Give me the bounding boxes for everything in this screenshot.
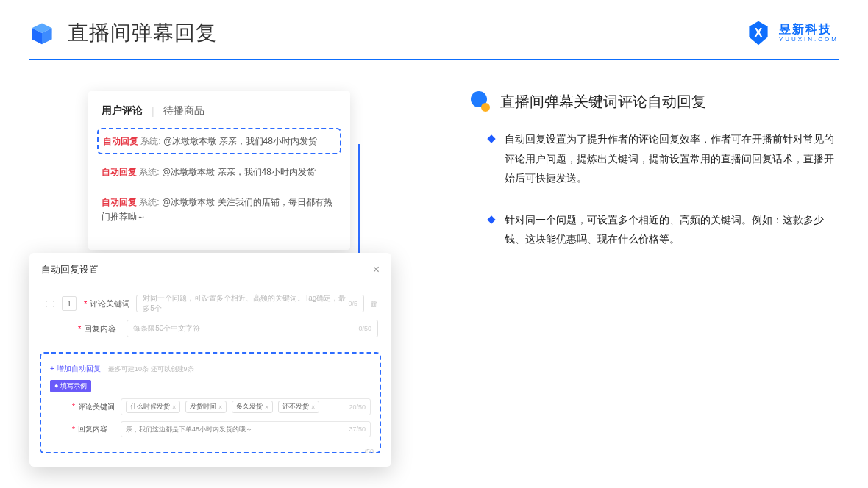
keyword-counter: 0/5 <box>348 300 357 307</box>
auto-reply-badge: 自动回复 <box>102 167 137 177</box>
example-keyword-row: * 评论关键词 什么时候发货× 发货时间× 多久发货× 还不发货× 20/50 <box>50 398 371 415</box>
auto-reply-settings-modal: 自动回复设置 × ⋮⋮ 1 * 评论关键词 对同一个问题，可设置多个相近、高频的… <box>29 253 391 467</box>
diamond-icon <box>487 215 495 223</box>
keyword-placeholder: 对同一个问题，可设置多个相近、高频的关键词。Tag确定，最多5个 <box>143 293 348 314</box>
tag-chip[interactable]: 发货时间× <box>185 401 227 413</box>
page-header: 直播间弹幕回复 X 昱新科技 YUUXIN.COM <box>0 0 868 54</box>
tab-divider: | <box>152 105 154 117</box>
reply-row: * 回复内容 每条限50个中文字符 0/50 <box>43 320 378 337</box>
reply-counter: 0/50 <box>358 325 371 332</box>
delete-icon[interactable]: 🗑 <box>370 299 378 308</box>
required-star: * <box>84 299 87 308</box>
reply-placeholder: 每条限50个中文字符 <box>133 323 200 334</box>
bullet-text: 自动回复设置为了提升作者的评论回复效率，作者可在开播前针对常见的评论用户问题，提… <box>505 129 839 188</box>
example-reply-row: * 回复内容 亲，我们这边都是下单48小时内发货的哦～ 37/50 <box>50 421 371 437</box>
bubble-icon <box>471 91 491 112</box>
close-icon[interactable]: × <box>373 263 380 276</box>
tag-chip[interactable]: 还不发货× <box>278 401 319 413</box>
rule-index: 1 <box>62 296 77 311</box>
bullet-text: 针对同一个问题，可设置多个相近的、高频的关键词。例如：这款多少钱、这块能优惠吗、… <box>505 210 839 249</box>
bullet-list: 自动回复设置为了提升作者的评论回复效率，作者可在开播前针对常见的评论用户问题，提… <box>471 129 839 249</box>
modal-title: 自动回复设置 <box>41 263 99 276</box>
tab-user-comments[interactable]: 用户评论 <box>102 104 143 118</box>
example-badge: ● 填写示例 <box>50 380 91 392</box>
keyword-label: 评论关键词 <box>90 298 130 309</box>
page-title: 直播间弹幕回复 <box>68 19 217 47</box>
system-label: 系统: <box>139 197 159 207</box>
drag-handle-icon[interactable]: ⋮⋮ <box>43 300 57 308</box>
brand-name-cn: 昱新科技 <box>779 24 839 35</box>
comment-text: @冰墩墩本墩 亲亲，我们48小时内发货 <box>162 167 316 177</box>
diamond-icon <box>487 134 495 143</box>
reply-input[interactable]: 每条限50个中文字符 0/50 <box>127 320 378 337</box>
brand-icon: X <box>745 20 772 46</box>
tag-chip[interactable]: 什么时候发货× <box>126 401 180 413</box>
example-keyword-label: 评论关键词 <box>78 402 115 412</box>
required-star: * <box>72 426 75 434</box>
required-star: * <box>78 324 81 333</box>
required-star: * <box>72 403 75 411</box>
example-reply-counter: 37/50 <box>349 426 366 433</box>
comment-row: 自动回复 系统: @冰墩墩本墩 亲亲，我们48小时内发货 <box>103 134 335 148</box>
highlighted-comment: 自动回复 系统: @冰墩墩本墩 亲亲，我们48小时内发货 <box>97 128 341 154</box>
reply-label: 回复内容 <box>84 323 121 334</box>
auto-reply-badge: 自动回复 <box>102 197 137 207</box>
bullet-item: 针对同一个问题，可设置多个相近的、高频的关键词。例如：这款多少钱、这块能优惠吗、… <box>488 210 839 249</box>
system-label: 系统: <box>139 167 159 177</box>
svg-text:X: X <box>754 26 762 39</box>
screenshot-column: 用户评论 | 待播商品 自动回复 系统: @冰墩墩本墩 亲亲，我们48小时内发货… <box>29 91 412 271</box>
comment-text: @冰墩墩本墩 关注我们的店铺，每日都有热门推荐呦～ <box>102 197 332 222</box>
comment-text: @冰墩墩本墩 亲亲，我们48小时内发货 <box>163 136 317 146</box>
auto-reply-badge: 自动回复 <box>103 136 138 146</box>
section-heading: 直播间弹幕关键词评论自动回复 <box>471 91 839 112</box>
tag-chip[interactable]: 多久发货× <box>232 401 273 413</box>
comments-panel: 用户评论 | 待播商品 自动回复 系统: @冰墩墩本墩 亲亲，我们48小时内发货… <box>88 91 350 250</box>
system-label: 系统: <box>140 136 160 146</box>
add-hint: 最多可建10条 还可以创建9条 <box>108 365 194 373</box>
example-reply-label: 回复内容 <box>78 424 115 434</box>
section-title: 直播间弹幕关键词评论自动回复 <box>500 92 706 112</box>
brand-name-en: YUUXIN.COM <box>779 37 839 43</box>
comment-row: 自动回复 系统: @冰墩墩本墩 亲亲，我们48小时内发货 <box>88 157 350 187</box>
description-column: 直播间弹幕关键词评论自动回复 自动回复设置为了提升作者的评论回复效率，作者可在开… <box>412 91 839 271</box>
bullet-item: 自动回复设置为了提升作者的评论回复效率，作者可在开播前针对常见的评论用户问题，提… <box>488 129 839 188</box>
comments-tabs: 用户评论 | 待播商品 <box>88 104 350 125</box>
cube-icon <box>29 21 54 46</box>
add-auto-reply-link[interactable]: + 增加自动回复 <box>50 365 101 373</box>
example-reply-input[interactable]: 亲，我们这边都是下单48小时内发货的哦～ 37/50 <box>121 421 371 437</box>
example-reply-text: 亲，我们这边都是下单48小时内发货的哦～ <box>126 425 252 434</box>
keyword-input[interactable]: 对同一个问题，可设置多个相近、高频的关键词。Tag确定，最多5个 0/5 <box>136 295 364 312</box>
keyword-row: ⋮⋮ 1 * 评论关键词 对同一个问题，可设置多个相近、高频的关键词。Tag确定… <box>43 295 378 312</box>
brand-logo: X 昱新科技 YUUXIN.COM <box>745 20 839 46</box>
ghost-counter: /50 <box>364 448 374 455</box>
example-section: + 增加自动回复 最多可建10条 还可以创建9条 ● 填写示例 * 评论关键词 … <box>40 352 381 453</box>
example-keyword-input[interactable]: 什么时候发货× 发货时间× 多久发货× 还不发货× 20/50 <box>121 398 371 415</box>
comment-row: 自动回复 系统: @冰墩墩本墩 关注我们的店铺，每日都有热门推荐呦～ <box>88 187 350 232</box>
tab-pending-products[interactable]: 待播商品 <box>163 104 204 118</box>
example-keyword-counter: 20/50 <box>349 403 366 411</box>
